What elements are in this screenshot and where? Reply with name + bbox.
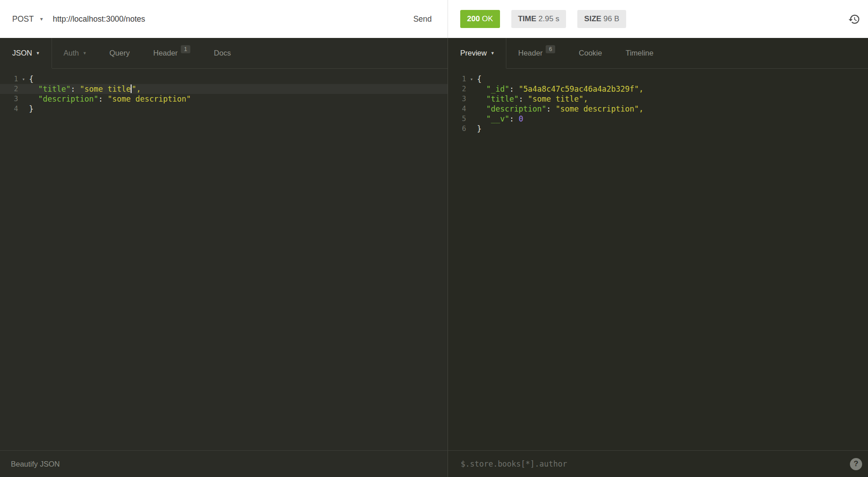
request-body-editor[interactable]: 1▾{2 "title": "some title",3 "descriptio… xyxy=(0,69,448,450)
text-cursor xyxy=(131,84,132,93)
fold-toggle-icon[interactable]: ▾ xyxy=(466,76,477,82)
line-number: 5 xyxy=(448,115,466,123)
code-text: } xyxy=(29,104,33,113)
response-tab-bar: Preview▾Header6CookieTimeline xyxy=(448,38,868,69)
code-token: } xyxy=(477,124,481,133)
response-filter-input[interactable] xyxy=(448,459,850,468)
tab-count-badge: 1 xyxy=(181,45,190,53)
code-token: { xyxy=(477,75,481,84)
request-tab-bar: JSON▾Auth▾QueryHeader1Docs xyxy=(0,38,448,69)
code-line[interactable]: 4} xyxy=(0,104,448,114)
code-text: "__v": 0 xyxy=(477,114,523,123)
filter-help-button[interactable]: ? xyxy=(850,458,862,470)
code-token: : xyxy=(509,84,519,94)
url-bar: POST ▾ Send xyxy=(0,0,448,38)
code-text: "description": "some description" xyxy=(29,94,191,103)
tab-label: Query xyxy=(109,49,130,57)
size-badge: SIZE 96 B xyxy=(577,10,626,28)
code-token: } xyxy=(29,104,33,113)
code-token: "some title", xyxy=(528,94,588,103)
code-line: 1▾{ xyxy=(448,74,868,84)
code-token: : xyxy=(71,84,80,94)
url-input[interactable] xyxy=(53,14,413,24)
code-text: "title": "some title", xyxy=(29,84,141,94)
code-token: : xyxy=(519,94,528,103)
status-reason: OK xyxy=(482,14,493,23)
code-token: "description" xyxy=(477,104,547,113)
code-line: 3 "title": "some title", xyxy=(448,94,868,104)
caret-down-icon: ▾ xyxy=(40,16,43,22)
tab-label: JSON xyxy=(12,49,32,57)
fold-toggle-icon[interactable]: ▾ xyxy=(18,76,29,82)
code-token: : xyxy=(547,104,556,113)
status-code: 200 xyxy=(467,14,480,23)
code-token: "5a4a8c47c59ac46a4a2b329f", xyxy=(519,84,643,94)
response-history-button[interactable] xyxy=(847,12,861,26)
top-bar: POST ▾ Send 200 OK TIME 2.95 s SIZE 96 B xyxy=(0,0,868,38)
line-number: 4 xyxy=(448,105,466,113)
main-area: JSON▾Auth▾QueryHeader1Docs 1▾{2 "title":… xyxy=(0,38,868,450)
tab-query[interactable]: Query xyxy=(98,38,142,68)
line-number: 2 xyxy=(0,85,18,93)
tab-label: Header xyxy=(153,49,178,57)
line-number: 3 xyxy=(448,95,466,103)
caret-down-icon: ▾ xyxy=(491,51,494,56)
method-dropdown[interactable]: POST ▾ xyxy=(0,14,43,24)
code-text: } xyxy=(477,124,481,133)
tab-label: Docs xyxy=(214,49,231,57)
request-footer: Beautify JSON xyxy=(0,450,448,477)
app-window: POST ▾ Send 200 OK TIME 2.95 s SIZE 96 B… xyxy=(0,0,868,477)
tab-label: Auth xyxy=(64,49,79,57)
response-badges: 200 OK TIME 2.95 s SIZE 96 B xyxy=(448,10,626,28)
code-token: ", xyxy=(132,84,141,94)
request-panel: JSON▾Auth▾QueryHeader1Docs 1▾{2 "title":… xyxy=(0,38,448,450)
caret-down-icon: ▾ xyxy=(37,51,39,56)
response-panel: Preview▾Header6CookieTimeline 1▾{2 "_id"… xyxy=(448,38,868,450)
code-token: : xyxy=(509,114,519,123)
code-line[interactable]: 1▾{ xyxy=(0,74,448,84)
tab-cookie[interactable]: Cookie xyxy=(567,38,613,68)
status-badge: 200 OK xyxy=(460,10,500,28)
tab-json[interactable]: JSON▾ xyxy=(0,38,52,68)
code-text: "description": "some description", xyxy=(477,104,643,113)
time-badge: TIME 2.95 s xyxy=(511,10,566,28)
size-value: 96 B xyxy=(604,14,619,23)
code-token: "some title xyxy=(80,84,131,94)
code-token: 0 xyxy=(519,114,523,123)
line-number: 3 xyxy=(0,95,18,103)
code-text: "title": "some title", xyxy=(477,94,588,103)
tab-auth[interactable]: Auth▾ xyxy=(52,38,98,68)
tab-header[interactable]: Header6 xyxy=(506,38,567,68)
tab-docs[interactable]: Docs xyxy=(202,38,243,68)
time-value: 2.95 s xyxy=(538,14,559,23)
tab-label: Header xyxy=(518,49,542,57)
code-line[interactable]: 2 "title": "some title", xyxy=(0,84,448,94)
response-preview-viewer: 1▾{2 "_id": "5a4a8c47c59ac46a4a2b329f",3… xyxy=(448,69,868,450)
size-label: SIZE xyxy=(584,14,601,23)
tab-timeline[interactable]: Timeline xyxy=(614,38,665,68)
tab-label: Cookie xyxy=(579,49,602,57)
time-label: TIME xyxy=(518,14,537,23)
code-token: : xyxy=(99,94,108,103)
method-label: POST xyxy=(12,14,34,24)
caret-down-icon: ▾ xyxy=(84,51,86,56)
code-line[interactable]: 3 "description": "some description" xyxy=(0,94,448,104)
code-line: 2 "_id": "5a4a8c47c59ac46a4a2b329f", xyxy=(448,84,868,94)
tab-header[interactable]: Header1 xyxy=(142,38,202,68)
beautify-json-button[interactable]: Beautify JSON xyxy=(0,460,60,468)
code-text: { xyxy=(29,75,33,84)
code-line: 5 "__v": 0 xyxy=(448,114,868,124)
line-number: 1 xyxy=(0,75,18,83)
tab-count-badge: 6 xyxy=(546,45,555,53)
tab-preview[interactable]: Preview▾ xyxy=(448,38,506,68)
code-token: "__v" xyxy=(477,114,509,123)
code-text: "_id": "5a4a8c47c59ac46a4a2b329f", xyxy=(477,84,643,94)
line-number: 1 xyxy=(448,75,466,83)
code-token: { xyxy=(29,75,33,84)
code-token: "title" xyxy=(29,84,71,94)
send-button[interactable]: Send xyxy=(413,14,432,24)
line-number: 2 xyxy=(448,85,466,93)
history-icon xyxy=(848,13,860,25)
code-line: 4 "description": "some description", xyxy=(448,104,868,114)
bottom-bar: Beautify JSON ? xyxy=(0,450,868,477)
